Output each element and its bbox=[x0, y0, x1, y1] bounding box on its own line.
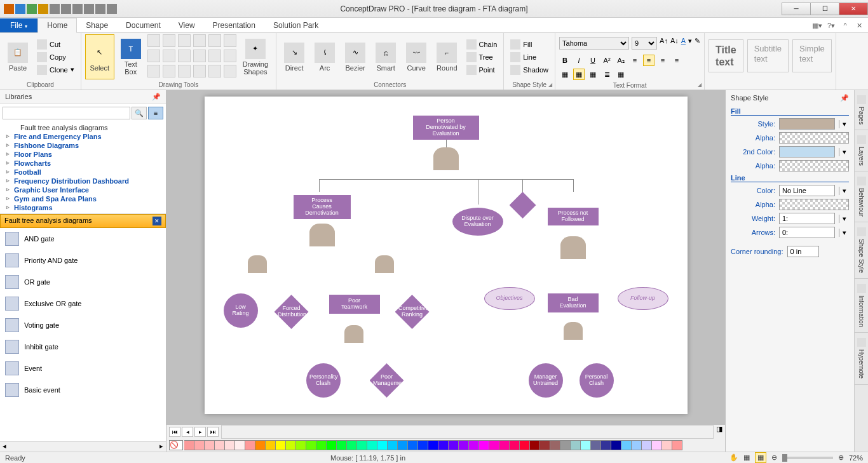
tab-view[interactable]: View bbox=[170, 18, 204, 32]
color-swatch[interactable] bbox=[672, 440, 682, 450]
tree-item[interactable]: Flowcharts bbox=[3, 159, 163, 168]
qat-icon[interactable] bbox=[27, 4, 37, 14]
color-swatch[interactable] bbox=[357, 440, 367, 450]
color-swatch[interactable] bbox=[642, 440, 652, 450]
color-swatch[interactable] bbox=[306, 440, 316, 450]
color-swatch[interactable] bbox=[489, 440, 499, 450]
color-swatch[interactable] bbox=[367, 440, 377, 450]
color-swatch[interactable] bbox=[459, 440, 469, 450]
color-swatch[interactable] bbox=[266, 440, 276, 450]
select-button[interactable]: ↖Select bbox=[85, 34, 114, 79]
zoom-fit-icon[interactable]: ◨ bbox=[714, 425, 725, 439]
color-swatch[interactable] bbox=[520, 440, 530, 450]
shape-item[interactable]: Event bbox=[0, 358, 166, 379]
tree-item[interactable]: Floor Plans bbox=[3, 150, 163, 159]
tab-first-icon[interactable]: ⏮ bbox=[169, 427, 180, 437]
alpha-slider[interactable] bbox=[779, 132, 849, 144]
tab-last-icon[interactable]: ⏭ bbox=[207, 427, 219, 437]
tab-document[interactable]: Document bbox=[117, 18, 170, 32]
paste-button[interactable]: 📋Paste bbox=[4, 34, 32, 79]
canvas-scroll[interactable]: Person Demotivated by Evaluation Process… bbox=[166, 90, 725, 425]
clone-button[interactable]: Clone▾ bbox=[34, 64, 77, 76]
fta-event[interactable]: Poor Teamwork bbox=[329, 295, 380, 314]
table-icon[interactable]: ▦ bbox=[615, 69, 627, 80]
library-tree[interactable]: Fault tree analysis diagramsFire and Eme… bbox=[0, 122, 166, 214]
qat-icon[interactable] bbox=[72, 4, 83, 14]
fta-or-gate[interactable] bbox=[309, 224, 335, 246]
cut-button[interactable]: Cut bbox=[34, 39, 77, 50]
color-swatch[interactable] bbox=[418, 440, 428, 450]
zoom-out-icon[interactable]: ⊖ bbox=[771, 453, 777, 462]
maximize-button[interactable]: ☐ bbox=[810, 3, 839, 15]
valign-mid-icon[interactable]: ▦ bbox=[573, 69, 585, 80]
search-button[interactable]: 🔍 bbox=[132, 107, 147, 119]
color-swatch[interactable] bbox=[499, 440, 510, 450]
color-swatch[interactable] bbox=[530, 440, 540, 450]
color-swatch[interactable] bbox=[337, 440, 347, 450]
scrollbar-h[interactable]: ◂▸ bbox=[0, 441, 166, 452]
shape-item[interactable]: OR gate bbox=[0, 271, 166, 293]
zoom-in-icon[interactable]: ⊕ bbox=[838, 453, 844, 462]
side-tab[interactable]: Layers bbox=[855, 130, 868, 171]
direct-button[interactable]: ↘Direct bbox=[280, 34, 308, 79]
fta-event[interactable]: Dispute over Evaluation bbox=[452, 208, 503, 236]
shape-item[interactable]: Voting gate bbox=[0, 314, 166, 336]
color-swatch[interactable] bbox=[225, 440, 235, 450]
fta-or-gate[interactable] bbox=[560, 236, 586, 259]
line-button[interactable]: Line bbox=[508, 51, 551, 63]
view-toggle[interactable]: ≡ bbox=[148, 107, 163, 119]
shape-item[interactable]: AND gate bbox=[0, 228, 166, 250]
tab-file[interactable]: File bbox=[0, 18, 37, 32]
clear-fmt-icon[interactable]: ✎ bbox=[695, 37, 700, 50]
tree-item[interactable]: Fire and Emergency Plans bbox=[3, 132, 163, 141]
color-swatch[interactable] bbox=[327, 440, 337, 450]
align-center-icon[interactable]: ≡ bbox=[643, 55, 654, 66]
style-title[interactable]: Title text bbox=[709, 39, 743, 72]
color-swatch[interactable] bbox=[408, 440, 418, 450]
color-swatch[interactable] bbox=[632, 440, 642, 450]
shape-item[interactable]: Exclusive OR gate bbox=[0, 293, 166, 314]
tab-solutionpark[interactable]: Solution Park bbox=[264, 18, 327, 32]
style-subtitle[interactable]: Subtitle text bbox=[747, 39, 789, 72]
shrink-font-icon[interactable]: A↓ bbox=[670, 37, 679, 50]
color-swatch[interactable] bbox=[296, 440, 306, 450]
color-swatch[interactable] bbox=[388, 440, 398, 450]
smart-button[interactable]: ⎌Smart bbox=[372, 34, 400, 79]
shape-item[interactable]: Basic event bbox=[0, 379, 166, 401]
shape-item[interactable]: Priority AND gate bbox=[0, 250, 166, 271]
align-right-icon[interactable]: ≡ bbox=[657, 55, 668, 66]
font-select[interactable]: Tahoma bbox=[559, 37, 629, 50]
color-swatch[interactable] bbox=[276, 440, 286, 450]
qat-icon[interactable] bbox=[50, 4, 60, 14]
color-swatch[interactable] bbox=[377, 440, 388, 450]
shape-item[interactable]: Inhibit gate bbox=[0, 336, 166, 358]
round-button[interactable]: ⌐Round bbox=[433, 34, 461, 79]
fta-event[interactable]: Process not Followed bbox=[548, 208, 599, 225]
close-button[interactable]: ✕ bbox=[839, 3, 868, 15]
collapse-icon[interactable]: ^ bbox=[840, 20, 850, 30]
fta-basic[interactable]: Manager Untrained bbox=[529, 363, 563, 398]
fta-undeveloped[interactable]: Competitive Ranking bbox=[395, 295, 430, 329]
color-swatch[interactable] bbox=[194, 440, 205, 450]
superscript-button[interactable]: A² bbox=[601, 55, 613, 66]
qat-icon[interactable] bbox=[38, 4, 48, 14]
align-justify-icon[interactable]: ≡ bbox=[671, 55, 682, 66]
shadow-button[interactable]: Shadow bbox=[508, 64, 551, 76]
color-swatch[interactable] bbox=[581, 440, 591, 450]
grid-icon[interactable]: ▦ bbox=[755, 452, 766, 463]
color-swatch[interactable] bbox=[205, 440, 215, 450]
tree-item[interactable]: Gym and Spa Area Plans bbox=[3, 194, 163, 203]
color-swatch[interactable] bbox=[510, 440, 520, 450]
fta-and-gate[interactable] bbox=[564, 322, 583, 340]
corner-input[interactable]: 0 in bbox=[787, 246, 819, 257]
color-swatch[interactable] bbox=[601, 440, 611, 450]
italic-button[interactable]: I bbox=[573, 55, 585, 66]
fta-undeveloped[interactable]: Forced Distribution bbox=[275, 295, 309, 329]
hand-icon[interactable]: ✋ bbox=[729, 453, 738, 462]
fta-inhibit[interactable] bbox=[510, 192, 536, 218]
color-swatch[interactable] bbox=[347, 440, 357, 450]
color-swatch[interactable] bbox=[571, 440, 581, 450]
fta-event[interactable]: Process Causes Demotivation bbox=[294, 195, 351, 219]
tab-presentation[interactable]: Presentation bbox=[204, 18, 264, 32]
qat-icon[interactable] bbox=[107, 4, 117, 14]
